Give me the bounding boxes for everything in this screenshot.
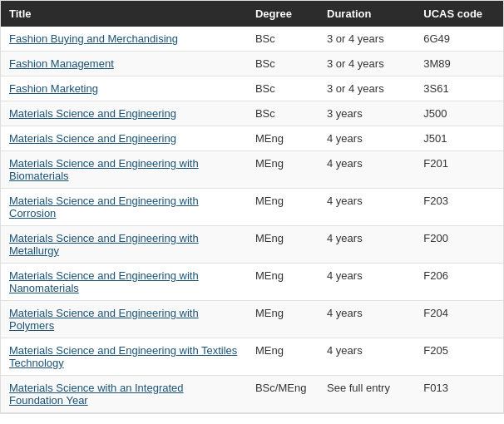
course-ucas-code: 3M89 bbox=[415, 52, 503, 76]
table-row: Materials Science with an Integrated Fou… bbox=[1, 376, 503, 413]
course-ucas-code: 6G49 bbox=[415, 27, 503, 52]
course-degree: MEng bbox=[247, 264, 319, 301]
course-ucas-code: 3S61 bbox=[415, 76, 503, 101]
course-title-link[interactable]: Fashion Marketing bbox=[9, 82, 98, 95]
table-row: Materials Science and Engineering with T… bbox=[1, 338, 503, 376]
course-degree: MEng bbox=[247, 301, 319, 338]
course-title-cell: Materials Science and Engineering with C… bbox=[1, 189, 247, 226]
course-title-link[interactable]: Materials Science and Engineering with M… bbox=[9, 232, 199, 257]
table-row: Materials Science and Engineering with B… bbox=[1, 151, 503, 189]
course-duration: 4 years bbox=[319, 189, 415, 226]
course-duration: 3 or 4 years bbox=[319, 52, 415, 76]
table-row: Fashion ManagementBSc3 or 4 years3M89 bbox=[1, 52, 503, 76]
course-degree: BSc bbox=[247, 76, 319, 101]
course-title-link[interactable]: Materials Science and Engineering with P… bbox=[9, 307, 199, 332]
course-title-cell: Materials Science with an Integrated Fou… bbox=[1, 376, 247, 413]
course-title-cell: Fashion Buying and Merchandising bbox=[1, 27, 247, 52]
course-ucas-code: F205 bbox=[415, 338, 503, 376]
course-ucas-code: F204 bbox=[415, 301, 503, 338]
course-degree: MEng bbox=[247, 189, 319, 226]
course-ucas-code: F200 bbox=[415, 226, 503, 264]
course-title-link[interactable]: Materials Science and Engineering bbox=[9, 107, 176, 120]
course-degree: MEng bbox=[247, 151, 319, 189]
header-ucas: UCAS code bbox=[415, 1, 503, 27]
table-row: Materials Science and Engineering with N… bbox=[1, 264, 503, 301]
header-degree: Degree bbox=[247, 1, 319, 27]
course-duration: 4 years bbox=[319, 338, 415, 376]
table-header-row: Title Degree Duration UCAS code bbox=[1, 1, 503, 27]
table-row: Materials Science and EngineeringMEng4 y… bbox=[1, 126, 503, 151]
course-title-link[interactable]: Fashion Management bbox=[9, 57, 114, 70]
course-title-link[interactable]: Materials Science and Engineering bbox=[9, 132, 176, 145]
course-degree: MEng bbox=[247, 126, 319, 151]
table-row: Materials Science and Engineering with C… bbox=[1, 189, 503, 226]
course-ucas-code: F013 bbox=[415, 376, 503, 413]
course-degree: BSc bbox=[247, 52, 319, 76]
course-ucas-code: F201 bbox=[415, 151, 503, 189]
course-title-link[interactable]: Materials Science and Engineering with C… bbox=[9, 195, 199, 219]
table-row: Materials Science and Engineering with M… bbox=[1, 226, 503, 264]
header-title: Title bbox=[1, 1, 247, 27]
table-row: Materials Science and Engineering with P… bbox=[1, 301, 503, 338]
course-title-cell: Materials Science and Engineering bbox=[1, 101, 247, 126]
course-title-cell: Materials Science and Engineering with N… bbox=[1, 264, 247, 301]
table-row: Materials Science and EngineeringBSc3 ye… bbox=[1, 101, 503, 126]
course-ucas-code: J501 bbox=[415, 126, 503, 151]
course-title-link[interactable]: Fashion Buying and Merchandising bbox=[9, 32, 178, 45]
course-duration: See full entry bbox=[319, 376, 415, 413]
course-title-link[interactable]: Materials Science and Engineering with N… bbox=[9, 269, 199, 294]
course-title-link[interactable]: Materials Science and Engineering with B… bbox=[9, 157, 199, 182]
course-duration: 3 or 4 years bbox=[319, 27, 415, 52]
course-ucas-code: F206 bbox=[415, 264, 503, 301]
course-duration: 4 years bbox=[319, 301, 415, 338]
course-title-cell: Materials Science and Engineering with P… bbox=[1, 301, 247, 338]
course-title-link[interactable]: Materials Science and Engineering with T… bbox=[9, 344, 237, 369]
course-title-cell: Materials Science and Engineering with T… bbox=[1, 338, 247, 376]
course-title-cell: Materials Science and Engineering with M… bbox=[1, 226, 247, 264]
course-title-cell: Materials Science and Engineering bbox=[1, 126, 247, 151]
course-ucas-code: J500 bbox=[415, 101, 503, 126]
course-title-cell: Materials Science and Engineering with B… bbox=[1, 151, 247, 189]
course-title-cell: Fashion Management bbox=[1, 52, 247, 76]
course-duration: 4 years bbox=[319, 151, 415, 189]
course-duration: 3 or 4 years bbox=[319, 76, 415, 101]
header-duration: Duration bbox=[319, 1, 415, 27]
course-degree: BSc bbox=[247, 27, 319, 52]
course-ucas-code: F203 bbox=[415, 189, 503, 226]
course-degree: MEng bbox=[247, 226, 319, 264]
course-title-link[interactable]: Materials Science with an Integrated Fou… bbox=[9, 382, 184, 407]
course-degree: BSc/MEng bbox=[247, 376, 319, 413]
course-title-cell: Fashion Marketing bbox=[1, 76, 247, 101]
table-row: Fashion MarketingBSc3 or 4 years3S61 bbox=[1, 76, 503, 101]
course-duration: 4 years bbox=[319, 264, 415, 301]
table-row: Fashion Buying and MerchandisingBSc3 or … bbox=[1, 27, 503, 52]
course-duration: 4 years bbox=[319, 226, 415, 264]
course-degree: BSc bbox=[247, 101, 319, 126]
courses-table: Title Degree Duration UCAS code Fashion … bbox=[0, 0, 504, 414]
course-duration: 3 years bbox=[319, 101, 415, 126]
course-degree: MEng bbox=[247, 338, 319, 376]
course-duration: 4 years bbox=[319, 126, 415, 151]
